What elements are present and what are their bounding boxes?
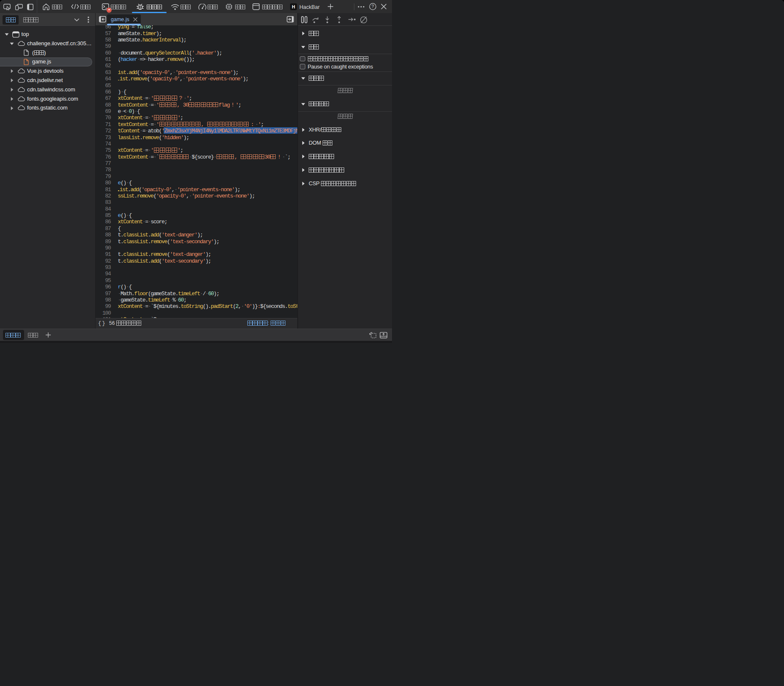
svg-text:?: ?	[372, 4, 374, 9]
